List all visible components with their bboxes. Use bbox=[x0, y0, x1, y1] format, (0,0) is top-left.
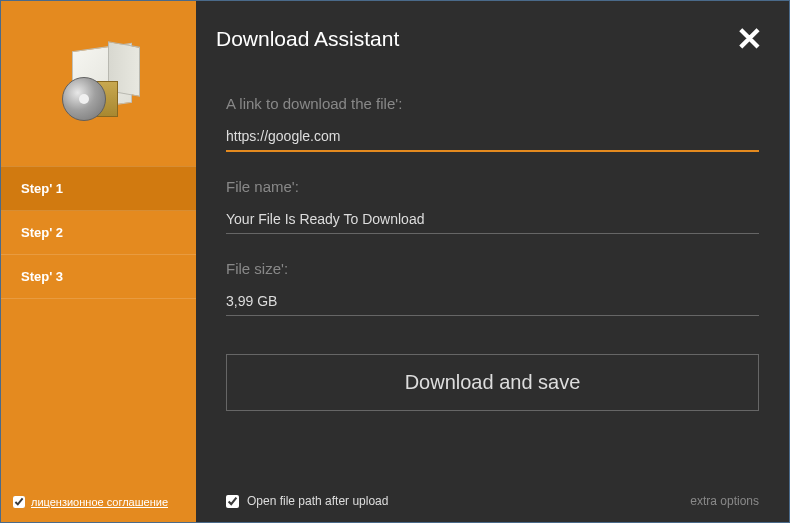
main-content: Download Assistant ✕ A link to download … bbox=[196, 1, 789, 522]
step-1[interactable]: Step' 1 bbox=[1, 166, 196, 211]
download-save-button[interactable]: Download and save bbox=[226, 354, 759, 411]
filename-label: File name': bbox=[226, 178, 759, 195]
link-label: A link to download the file': bbox=[226, 95, 759, 112]
close-icon[interactable]: ✕ bbox=[736, 23, 763, 55]
app-window: Step' 1 Step' 2 Step' 3 лицензионное сог… bbox=[0, 0, 790, 523]
download-form: A link to download the file': File name'… bbox=[196, 65, 789, 411]
page-title: Download Assistant bbox=[216, 27, 736, 51]
installer-icon bbox=[1, 1, 196, 166]
field-link: A link to download the file': bbox=[226, 95, 759, 152]
extra-options-link[interactable]: extra options bbox=[690, 494, 759, 508]
field-filesize: File size': bbox=[226, 260, 759, 316]
filesize-label: File size': bbox=[226, 260, 759, 277]
filesize-input[interactable] bbox=[226, 289, 759, 316]
field-filename: File name': bbox=[226, 178, 759, 234]
license-agreement-row: лицензионное соглашение bbox=[13, 496, 168, 508]
filename-input[interactable] bbox=[226, 207, 759, 234]
license-checkbox[interactable] bbox=[13, 496, 25, 508]
open-path-label: Open file path after upload bbox=[247, 494, 388, 508]
open-path-checkbox[interactable] bbox=[226, 495, 239, 508]
steps-list: Step' 1 Step' 2 Step' 3 bbox=[1, 166, 196, 522]
link-input[interactable] bbox=[226, 124, 759, 152]
header: Download Assistant ✕ bbox=[196, 1, 789, 65]
footer-row: Open file path after upload extra option… bbox=[226, 494, 759, 508]
license-link[interactable]: лицензионное соглашение bbox=[31, 496, 168, 508]
step-2[interactable]: Step' 2 bbox=[1, 211, 196, 255]
open-path-option: Open file path after upload bbox=[226, 494, 388, 508]
sidebar: Step' 1 Step' 2 Step' 3 лицензионное сог… bbox=[1, 1, 196, 522]
software-box-icon bbox=[54, 39, 144, 129]
step-3[interactable]: Step' 3 bbox=[1, 255, 196, 299]
